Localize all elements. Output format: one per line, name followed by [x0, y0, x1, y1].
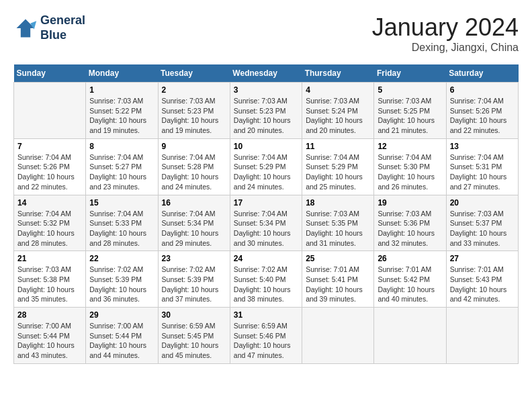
day-info: Sunrise: 7:00 AMSunset: 5:44 PMDaylight:…	[17, 321, 82, 361]
calendar-cell: 14Sunrise: 7:04 AMSunset: 5:32 PMDayligh…	[14, 195, 86, 251]
calendar-cell: 15Sunrise: 7:04 AMSunset: 5:33 PMDayligh…	[86, 195, 158, 251]
week-row-4: 21Sunrise: 7:03 AMSunset: 5:38 PMDayligh…	[14, 251, 519, 308]
weekday-header-wednesday: Wednesday	[230, 64, 302, 83]
day-number: 13	[450, 142, 515, 151]
day-info: Sunrise: 7:03 AMSunset: 5:36 PMDaylight:…	[378, 209, 442, 248]
calendar-cell: 17Sunrise: 7:04 AMSunset: 5:34 PMDayligh…	[230, 195, 302, 251]
day-info: Sunrise: 7:03 AMSunset: 5:35 PMDaylight:…	[306, 209, 370, 248]
calendar-cell: 18Sunrise: 7:03 AMSunset: 5:35 PMDayligh…	[302, 195, 374, 251]
day-info: Sunrise: 7:02 AMSunset: 5:39 PMDaylight:…	[162, 265, 226, 304]
day-info: Sunrise: 7:00 AMSunset: 5:44 PMDaylight:…	[89, 321, 154, 361]
day-info: Sunrise: 7:04 AMSunset: 5:29 PMDaylight:…	[306, 152, 370, 192]
day-info: Sunrise: 7:01 AMSunset: 5:42 PMDaylight:…	[378, 265, 442, 304]
logo-icon	[13, 16, 38, 40]
calendar-cell: 6Sunrise: 7:04 AMSunset: 5:26 PMDaylight…	[446, 83, 518, 139]
day-info: Sunrise: 6:59 AMSunset: 5:45 PMDaylight:…	[162, 321, 226, 361]
week-row-2: 7Sunrise: 7:04 AMSunset: 5:26 PMDaylight…	[14, 138, 519, 195]
calendar-cell: 11Sunrise: 7:04 AMSunset: 5:29 PMDayligh…	[302, 138, 374, 195]
title-block: January 2024 Dexing, Jiangxi, China	[372, 13, 519, 54]
day-number: 22	[89, 254, 154, 263]
calendar-cell: 9Sunrise: 7:04 AMSunset: 5:28 PMDaylight…	[158, 138, 230, 195]
day-number: 12	[378, 142, 442, 151]
calendar-cell: 22Sunrise: 7:02 AMSunset: 5:39 PMDayligh…	[86, 251, 158, 308]
calendar-cell: 19Sunrise: 7:03 AMSunset: 5:36 PMDayligh…	[374, 195, 446, 251]
week-row-5: 28Sunrise: 7:00 AMSunset: 5:44 PMDayligh…	[14, 308, 519, 364]
day-info: Sunrise: 7:04 AMSunset: 5:33 PMDaylight:…	[89, 209, 154, 248]
day-number: 16	[162, 198, 226, 208]
day-info: Sunrise: 7:04 AMSunset: 5:26 PMDaylight:…	[17, 152, 82, 192]
day-number: 5	[378, 85, 442, 95]
day-info: Sunrise: 7:03 AMSunset: 5:24 PMDaylight:…	[306, 96, 370, 136]
day-info: Sunrise: 7:04 AMSunset: 5:27 PMDaylight:…	[89, 152, 154, 192]
calendar-cell: 20Sunrise: 7:03 AMSunset: 5:37 PMDayligh…	[446, 195, 518, 251]
day-info: Sunrise: 7:04 AMSunset: 5:29 PMDaylight:…	[234, 152, 298, 192]
week-row-3: 14Sunrise: 7:04 AMSunset: 5:32 PMDayligh…	[14, 195, 519, 251]
weekday-header-sunday: Sunday	[14, 64, 86, 83]
day-info: Sunrise: 7:03 AMSunset: 5:25 PMDaylight:…	[378, 96, 442, 136]
day-number: 27	[450, 254, 515, 263]
day-number: 2	[162, 85, 226, 95]
calendar-cell: 1Sunrise: 7:03 AMSunset: 5:22 PMDaylight…	[86, 83, 158, 139]
calendar-cell	[374, 308, 446, 364]
day-number: 23	[162, 254, 226, 263]
day-info: Sunrise: 7:03 AMSunset: 5:23 PMDaylight:…	[162, 96, 226, 136]
day-number: 8	[89, 142, 154, 151]
day-number: 4	[306, 85, 370, 95]
day-info: Sunrise: 7:01 AMSunset: 5:43 PMDaylight:…	[450, 265, 515, 304]
day-number: 19	[378, 198, 442, 208]
calendar-cell: 23Sunrise: 7:02 AMSunset: 5:39 PMDayligh…	[158, 251, 230, 308]
calendar-cell: 24Sunrise: 7:02 AMSunset: 5:40 PMDayligh…	[230, 251, 302, 308]
calendar-cell: 13Sunrise: 7:04 AMSunset: 5:31 PMDayligh…	[446, 138, 518, 195]
location: Dexing, Jiangxi, China	[372, 42, 519, 54]
day-number: 9	[162, 142, 226, 151]
day-number: 31	[234, 310, 298, 320]
day-number: 7	[17, 142, 82, 151]
calendar-cell: 29Sunrise: 7:00 AMSunset: 5:44 PMDayligh…	[86, 308, 158, 364]
calendar-cell: 7Sunrise: 7:04 AMSunset: 5:26 PMDaylight…	[14, 138, 86, 195]
week-row-1: 1Sunrise: 7:03 AMSunset: 5:22 PMDaylight…	[14, 83, 519, 139]
day-number: 6	[450, 85, 515, 95]
day-info: Sunrise: 7:04 AMSunset: 5:32 PMDaylight:…	[17, 209, 82, 248]
calendar-cell: 25Sunrise: 7:01 AMSunset: 5:41 PMDayligh…	[302, 251, 374, 308]
day-info: Sunrise: 7:02 AMSunset: 5:39 PMDaylight:…	[89, 265, 154, 304]
calendar-cell: 28Sunrise: 7:00 AMSunset: 5:44 PMDayligh…	[14, 308, 86, 364]
calendar-cell: 10Sunrise: 7:04 AMSunset: 5:29 PMDayligh…	[230, 138, 302, 195]
calendar-cell: 16Sunrise: 7:04 AMSunset: 5:34 PMDayligh…	[158, 195, 230, 251]
day-number: 17	[234, 198, 298, 208]
day-number: 15	[89, 198, 154, 208]
day-info: Sunrise: 7:03 AMSunset: 5:37 PMDaylight:…	[450, 209, 515, 248]
calendar-cell: 8Sunrise: 7:04 AMSunset: 5:27 PMDaylight…	[86, 138, 158, 195]
calendar-cell	[14, 83, 86, 139]
day-number: 21	[17, 254, 82, 263]
day-number: 25	[306, 254, 370, 263]
calendar-cell: 12Sunrise: 7:04 AMSunset: 5:30 PMDayligh…	[374, 138, 446, 195]
weekday-header-friday: Friday	[374, 64, 446, 83]
calendar-cell	[302, 308, 374, 364]
day-number: 11	[306, 142, 370, 151]
day-info: Sunrise: 7:03 AMSunset: 5:22 PMDaylight:…	[89, 96, 154, 136]
calendar-cell: 27Sunrise: 7:01 AMSunset: 5:43 PMDayligh…	[446, 251, 518, 308]
day-info: Sunrise: 7:04 AMSunset: 5:30 PMDaylight:…	[378, 152, 442, 192]
day-info: Sunrise: 7:04 AMSunset: 5:31 PMDaylight:…	[450, 152, 515, 192]
calendar-cell: 31Sunrise: 6:59 AMSunset: 5:46 PMDayligh…	[230, 308, 302, 364]
day-info: Sunrise: 7:04 AMSunset: 5:34 PMDaylight:…	[162, 209, 226, 248]
logo-text: General Blue	[40, 13, 85, 42]
calendar-cell: 4Sunrise: 7:03 AMSunset: 5:24 PMDaylight…	[302, 83, 374, 139]
weekday-header-monday: Monday	[86, 64, 158, 83]
day-info: Sunrise: 7:01 AMSunset: 5:41 PMDaylight:…	[306, 265, 370, 304]
calendar-table: SundayMondayTuesdayWednesdayThursdayFrid…	[13, 64, 519, 364]
day-number: 30	[162, 310, 226, 320]
day-number: 20	[450, 198, 515, 208]
day-number: 26	[378, 254, 442, 263]
day-number: 10	[234, 142, 298, 151]
calendar-cell: 3Sunrise: 7:03 AMSunset: 5:23 PMDaylight…	[230, 83, 302, 139]
calendar-cell: 5Sunrise: 7:03 AMSunset: 5:25 PMDaylight…	[374, 83, 446, 139]
day-number: 3	[234, 85, 298, 95]
logo: General Blue	[13, 13, 85, 42]
day-number: 24	[234, 254, 298, 263]
calendar-cell: 21Sunrise: 7:03 AMSunset: 5:38 PMDayligh…	[14, 251, 86, 308]
day-number: 18	[306, 198, 370, 208]
day-info: Sunrise: 7:03 AMSunset: 5:38 PMDaylight:…	[17, 265, 82, 304]
calendar-cell: 26Sunrise: 7:01 AMSunset: 5:42 PMDayligh…	[374, 251, 446, 308]
day-info: Sunrise: 6:59 AMSunset: 5:46 PMDaylight:…	[234, 321, 298, 361]
